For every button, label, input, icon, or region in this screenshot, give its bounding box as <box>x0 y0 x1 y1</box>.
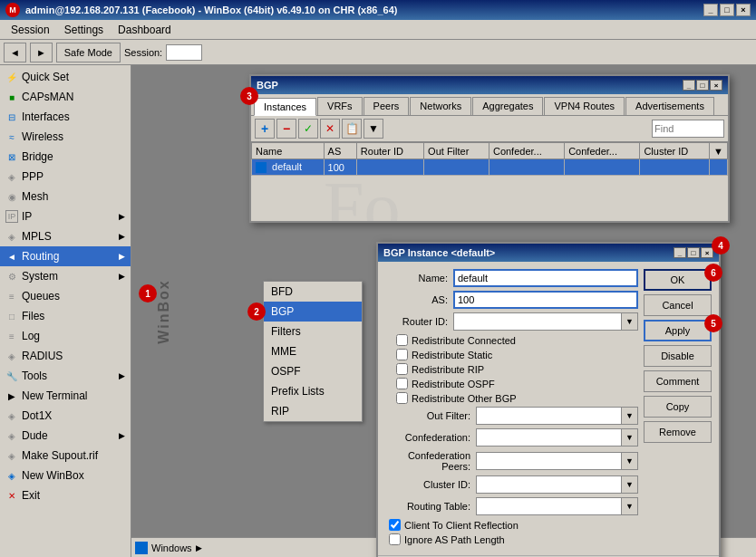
sidebar-item-exit[interactable]: ✕ Exit <box>0 485 131 505</box>
remove-button[interactable]: Remove <box>644 421 712 443</box>
table-row[interactable]: default 100 <box>252 159 728 176</box>
sidebar-item-files[interactable]: □ Files <box>0 306 131 326</box>
cluster-id-arrow-button[interactable]: ▼ <box>622 475 638 494</box>
apply-button[interactable]: Apply <box>644 320 712 341</box>
sidebar-item-capsman[interactable]: ■ CAPsMAN <box>0 87 131 107</box>
out-filter-input[interactable] <box>476 407 622 425</box>
sidebar-item-interfaces[interactable]: ⊟ Interfaces <box>0 107 131 127</box>
cancel-button[interactable]: Cancel <box>644 294 712 316</box>
confederation-peers-input[interactable] <box>476 452 622 470</box>
bgp-enable-button[interactable]: ✓ <box>298 119 318 139</box>
out-filter-arrow-button[interactable]: ▼ <box>622 407 638 425</box>
system-arrow: ▶ <box>119 272 125 281</box>
sidebar-item-routing[interactable]: ◄ Routing ▶ <box>0 246 131 266</box>
bgp-remove-button[interactable]: − <box>276 119 296 139</box>
bgp-disable-button[interactable]: ✕ <box>320 119 340 139</box>
bgp-filter-button[interactable]: ▼ <box>363 119 383 139</box>
dialog-maximize-button[interactable]: □ <box>687 247 700 258</box>
confederation-input[interactable] <box>476 428 622 447</box>
bgp-add-button[interactable]: + <box>255 119 275 139</box>
new-terminal-icon: ▶ <box>5 389 18 402</box>
redistribute-connected-checkbox[interactable] <box>396 334 408 346</box>
dialog-title-controls[interactable]: _ □ × <box>674 247 713 258</box>
session-input[interactable] <box>166 44 202 61</box>
window-controls[interactable]: _ □ × <box>703 4 751 16</box>
submenu-mme[interactable]: MME <box>264 341 362 361</box>
submenu-bgp[interactable]: BGP <box>264 302 362 322</box>
sidebar-item-dude[interactable]: ◈ Dude ▶ <box>0 426 131 446</box>
client-reflection-checkbox[interactable] <box>389 519 401 531</box>
submenu-prefix-lists[interactable]: Prefix Lists <box>264 381 362 401</box>
close-button[interactable]: × <box>736 4 751 16</box>
comment-button[interactable]: Comment <box>644 370 712 392</box>
confederation-peers-arrow-button[interactable]: ▼ <box>622 452 638 470</box>
sidebar-item-tools[interactable]: 🔧 Tools ▶ <box>0 366 131 386</box>
cluster-id-input[interactable] <box>476 475 622 494</box>
sidebar-item-mesh[interactable]: ◉ Mesh <box>0 187 131 206</box>
sidebar-item-bridge[interactable]: ⊠ Bridge <box>0 147 131 167</box>
bgp-minimize-button[interactable]: _ <box>683 80 695 91</box>
bgp-copy-button[interactable]: 📋 <box>342 119 362 139</box>
tab-peers[interactable]: Peers <box>363 97 410 115</box>
tab-vrfs[interactable]: VRFs <box>317 97 363 115</box>
sidebar-item-mpls[interactable]: ◈ MPLS ▶ <box>0 226 131 246</box>
router-id-select-container: ▼ <box>453 312 638 331</box>
tab-vpn4-routes[interactable]: VPN4 Routes <box>544 97 625 115</box>
menu-dashboard[interactable]: Dashboard <box>111 22 179 38</box>
name-input[interactable] <box>453 269 638 287</box>
submenu-rip[interactable]: RIP <box>264 401 362 421</box>
redistribute-rip-checkbox[interactable] <box>396 363 408 375</box>
menu-settings[interactable]: Settings <box>57 22 111 38</box>
minimize-button[interactable]: _ <box>703 4 718 16</box>
tab-instances[interactable]: Instances <box>254 98 316 116</box>
router-id-input[interactable] <box>453 312 622 331</box>
sidebar-item-radius[interactable]: ◈ RADIUS <box>0 346 131 366</box>
sidebar-item-ip[interactable]: IP IP ▶ <box>0 206 131 226</box>
sidebar-item-system[interactable]: ⚙ System ▶ <box>0 266 131 286</box>
back-button[interactable]: ◄ <box>4 43 26 62</box>
redistribute-ospf-checkbox[interactable] <box>396 378 408 389</box>
bgp-title-controls[interactable]: _ □ × <box>683 80 722 91</box>
redistribute-other-bgp-checkbox[interactable] <box>396 392 408 404</box>
submenu-ospf[interactable]: OSPF <box>264 361 362 381</box>
sidebar-item-ppp[interactable]: ◈ PPP <box>0 167 131 187</box>
menu-session[interactable]: Session <box>4 22 57 38</box>
ignore-as-checkbox[interactable] <box>389 533 401 545</box>
sidebar-item-new-winbox[interactable]: ◈ New WinBox <box>0 466 131 485</box>
copy-button[interactable]: Copy <box>644 396 712 418</box>
bgp-maximize-button[interactable]: □ <box>696 80 709 91</box>
wireless-icon: ≈ <box>5 130 18 143</box>
safe-mode-button[interactable]: Safe Mode <box>56 43 121 62</box>
router-id-arrow-button[interactable]: ▼ <box>622 312 638 331</box>
out-filter-select-container: ▼ <box>476 407 638 425</box>
sidebar-item-log[interactable]: ≡ Log <box>0 326 131 346</box>
tab-networks[interactable]: Networks <box>410 97 471 115</box>
routing-table-arrow-button[interactable]: ▼ <box>622 497 638 515</box>
forward-button[interactable]: ► <box>30 43 53 62</box>
confederation-arrow-button[interactable]: ▼ <box>622 428 638 447</box>
checkboxes-container: Redistribute Connected Redistribute Stat… <box>393 334 638 404</box>
sidebar-item-make-supout[interactable]: ◈ Make Supout.rif <box>0 446 131 466</box>
tab-advertisements[interactable]: Advertisements <box>625 97 714 115</box>
ip-icon: IP <box>5 210 18 223</box>
submenu-filters[interactable]: Filters <box>264 322 362 341</box>
session-label: Session: <box>124 47 162 58</box>
tab-aggregates[interactable]: Aggregates <box>472 97 543 115</box>
sidebar-item-new-terminal[interactable]: ▶ New Terminal <box>0 386 131 406</box>
bgp-close-button[interactable]: × <box>710 80 722 91</box>
sidebar-item-quick-set[interactable]: ⚡ Quick Set <box>0 67 131 87</box>
submenu-bfd[interactable]: BFD <box>264 282 362 302</box>
ok-button[interactable]: OK <box>644 269 712 291</box>
sidebar-item-dot1x[interactable]: ◈ Dot1X <box>0 406 131 426</box>
col-sort-btn[interactable]: ▼ <box>710 143 728 159</box>
maximize-button[interactable]: □ <box>720 4 734 16</box>
redistribute-static-checkbox[interactable] <box>396 349 408 360</box>
dialog-minimize-button[interactable]: _ <box>674 247 686 258</box>
out-filter-row: Out Filter: ▼ <box>385 407 638 425</box>
sidebar-item-queues[interactable]: ≡ Queues <box>0 286 131 306</box>
sidebar-item-wireless[interactable]: ≈ Wireless <box>0 127 131 147</box>
routing-table-input[interactable] <box>476 497 622 515</box>
disable-button[interactable]: Disable <box>644 345 712 367</box>
bgp-search-input[interactable] <box>652 120 724 138</box>
as-input[interactable] <box>453 291 638 309</box>
